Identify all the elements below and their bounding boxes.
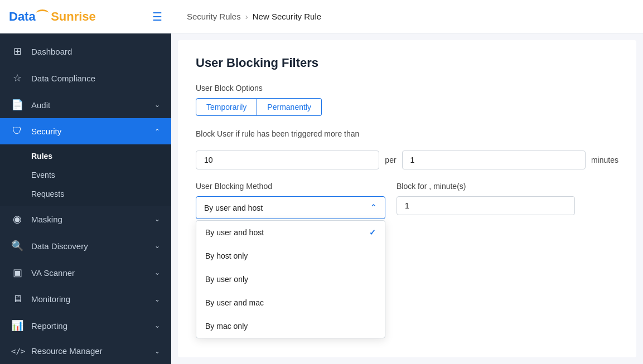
data-discovery-icon: 🔍 [11,240,23,252]
resource-manager-icon: </> [11,347,23,356]
dropdown-item-by-host-only[interactable]: By host only [196,244,385,268]
dropdown-item-by-mac-only[interactable]: By mac only [196,314,385,338]
minutes-text: minutes [591,156,618,164]
logo-arc-decoration [36,9,49,16]
chevron-down-icon: ⌄ [154,322,160,329]
chevron-down-icon: ⌄ [154,242,160,250]
dropdown-option-label: By user and host [205,228,264,237]
toggle-permanently-button[interactable]: Permanently [257,98,322,116]
user-block-options-section: User Block Options Temporarily Permanent… [196,84,618,116]
blocking-method-row: User Blocking Method By user and host ⌃ … [196,182,618,219]
subnav-label: Rules [31,152,52,161]
sidebar-item-data-compliance[interactable]: ☆ Data Compliance [0,65,171,91]
dropdown-option-label: By user and mac [205,298,264,307]
monitoring-icon: 🖥 [11,293,23,305]
dropdown-option-label: By host only [205,251,248,260]
masking-icon: ◉ [11,213,23,225]
hamburger-icon[interactable]: ☰ [152,10,162,23]
per-text: per [385,156,396,164]
sidebar-item-monitoring[interactable]: 🖥 Monitoring ⌄ [0,286,171,312]
blocking-method-col: User Blocking Method By user and host ⌃ … [196,182,385,219]
audit-icon: 📄 [11,99,23,111]
topbar: Security Rules › New Security Rule [171,0,643,33]
sidebar-item-label: Audit [31,100,154,110]
sidebar-item-dashboard[interactable]: ⊞ Dashboard [0,38,171,65]
nav-menu: ⊞ Dashboard ☆ Data Compliance 📄 Audit ⌄ … [0,33,171,364]
trigger-label-row: Block User if rule has been triggered mo… [196,129,618,138]
logo-sunrise: Sunrise [51,9,96,23]
sidebar-item-label: Security [31,127,154,136]
sidebar-item-resource-manager[interactable]: </> Resource Manager ⌄ [0,339,171,363]
trigger-count-row: per minutes [196,151,618,169]
content-area: User Blocking Filters User Block Options… [178,40,636,357]
user-block-options-label: User Block Options [196,84,618,93]
dropdown-item-by-user-and-host[interactable]: By user and host ✓ [196,221,385,244]
blocking-method-select[interactable]: By user and host ⌃ By user and host ✓ By… [196,196,385,219]
trigger-label: Block User if rule has been triggered mo… [196,129,618,138]
subnav-item-rules[interactable]: Rules [0,147,171,166]
sidebar-item-data-discovery[interactable]: 🔍 Data Discovery ⌄ [0,232,171,259]
block-for-label: Block for , minute(s) [397,182,575,191]
data-compliance-icon: ☆ [11,72,23,84]
chevron-up-icon: ⌃ [154,128,160,135]
block-for-col: Block for , minute(s) [397,182,575,215]
sidebar-item-audit[interactable]: 📄 Audit ⌄ [0,91,171,118]
sidebar-item-label: Reporting [31,321,154,331]
dropdown-option-label: By mac only [205,322,248,331]
dashboard-icon: ⊞ [11,45,23,57]
logo: Data Sunrise [9,9,96,24]
logo-data: Data [9,9,36,24]
page-title: User Blocking Filters [196,56,618,70]
chevron-down-icon: ⌄ [154,269,160,276]
trigger-count-input[interactable] [196,151,379,169]
sidebar-item-masking[interactable]: ◉ Masking ⌄ [0,206,171,232]
block-for-input[interactable] [397,196,575,215]
sidebar-item-reporting[interactable]: 📊 Reporting ⌄ [0,312,171,339]
reporting-icon: 📊 [11,319,23,332]
breadcrumb: Security Rules › New Security Rule [187,12,321,21]
chevron-down-icon: ⌄ [154,347,160,355]
sidebar-item-security[interactable]: 🛡 Security ⌃ [0,118,171,144]
sidebar: Data Sunrise ☰ ⊞ Dashboard ☆ Data Compli… [0,0,171,364]
chevron-down-icon: ⌄ [154,295,160,303]
chevron-down-icon: ⌄ [154,101,160,109]
sidebar-item-label: VA Scanner [31,268,154,278]
va-scanner-icon: ▣ [11,266,23,279]
subnav-item-events[interactable]: Events [0,166,171,185]
dropdown-item-by-user-and-mac[interactable]: By user and mac [196,291,385,314]
security-subnav: Rules Events Requests [0,144,171,206]
subnav-label: Events [31,171,55,179]
chevron-down-icon: ⌄ [154,215,160,223]
shield-icon: 🛡 [11,125,23,137]
breadcrumb-parent[interactable]: Security Rules [187,12,241,21]
sidebar-item-label: Data Discovery [31,241,154,251]
sidebar-header: Data Sunrise ☰ [0,0,171,33]
main-area: Security Rules › New Security Rule User … [171,0,643,364]
selected-option-label: By user and host [204,203,263,212]
blocking-method-label: User Blocking Method [196,182,385,191]
chevron-up-icon: ⌃ [370,202,377,213]
blocking-method-dropdown: By user and host ✓ By host only By user … [196,220,385,338]
sidebar-item-va-scanner[interactable]: ▣ VA Scanner ⌄ [0,259,171,286]
toggle-group: Temporarily Permanently [196,98,618,116]
select-trigger[interactable]: By user and host ⌃ [196,196,385,219]
sidebar-item-label: Data Compliance [31,74,160,83]
subnav-item-requests[interactable]: Requests [0,185,171,203]
subnav-label: Requests [31,190,64,198]
sidebar-item-label: Masking [31,215,154,224]
dropdown-option-label: By user only [205,275,248,284]
check-icon: ✓ [369,228,376,237]
minutes-count-input[interactable] [402,151,586,169]
sidebar-item-label: Dashboard [31,47,160,56]
toggle-temporarily-button[interactable]: Temporarily [196,98,257,116]
sidebar-item-label: Resource Manager [31,346,154,356]
breadcrumb-separator: › [245,12,248,21]
dropdown-item-by-user-only[interactable]: By user only [196,268,385,291]
breadcrumb-current: New Security Rule [253,12,321,21]
sidebar-item-label: Monitoring [31,294,154,304]
